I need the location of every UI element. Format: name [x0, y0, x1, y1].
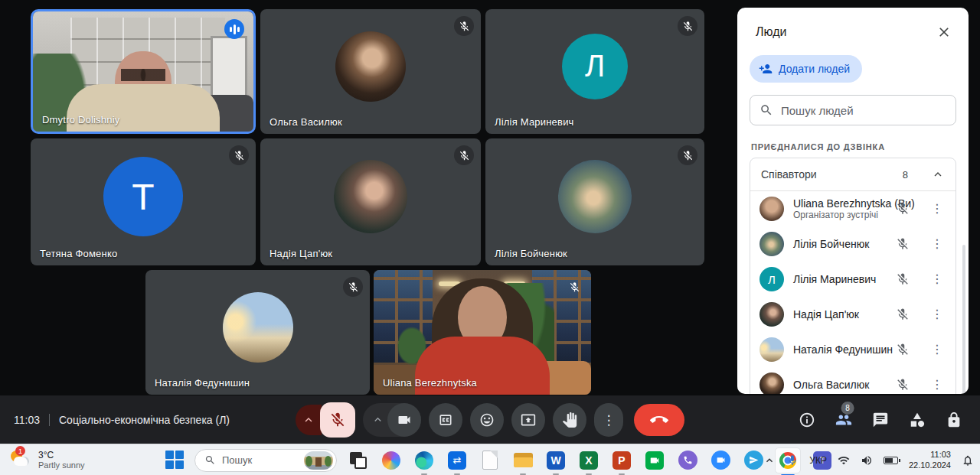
collapse-group-button[interactable]	[928, 164, 948, 184]
participant-row[interactable]: Надія Цап'юк ⋮	[750, 297, 956, 332]
copilot-icon[interactable]	[380, 449, 403, 472]
more-actions-button[interactable]: ⋮	[926, 235, 948, 253]
more-options-button[interactable]: ⋮	[594, 403, 623, 437]
present-icon	[521, 412, 536, 428]
participant-name: Uliana Berezhnytska (Ви)	[793, 197, 887, 210]
task-view-button[interactable]	[347, 449, 370, 472]
camera-options-button[interactable]	[368, 405, 387, 435]
tray-clock[interactable]: 11:03 22.10.2024	[909, 450, 951, 471]
tile-liliia-boichenuk[interactable]: Лілія Бойченюк	[485, 138, 704, 265]
tile-uliana-berezhnytska[interactable]: Uliana Berezhnytska	[374, 270, 591, 395]
raise-hand-button[interactable]	[553, 403, 586, 437]
notifications-bell-icon[interactable]	[962, 454, 974, 467]
more-actions-button[interactable]: ⋮	[926, 340, 948, 359]
tile-nataliia-fedunyshyn[interactable]: Наталія Федунишин	[145, 270, 370, 395]
weather-temp: 3°C	[38, 450, 85, 460]
tile-name: Тетяна Фоменко	[40, 248, 117, 259]
people-search-input[interactable]	[781, 104, 946, 117]
leave-call-button[interactable]	[634, 404, 684, 436]
participant-row[interactable]: Л Лілія Мариневич ⋮	[750, 262, 956, 297]
taskbar-search-input[interactable]	[222, 454, 298, 466]
captions-button[interactable]	[429, 403, 462, 437]
audio-activity-icon	[224, 19, 244, 39]
word-icon[interactable]: W	[544, 449, 567, 472]
mic-off-icon	[454, 16, 474, 36]
contributors-group: Співавтори 8 Uliana Berezhnytska (Ви) Ор…	[750, 158, 956, 394]
taskbar-search[interactable]	[194, 449, 337, 472]
people-search[interactable]	[750, 95, 956, 125]
meeting-clock: 11:03	[14, 414, 40, 426]
meeting-title: Соціально-економічна безпека (Л)	[59, 414, 230, 426]
show-people-button[interactable]: 8	[828, 405, 859, 435]
group-label: Співавтори	[761, 168, 903, 181]
more-actions-button[interactable]: ⋮	[926, 200, 948, 218]
participant-row[interactable]: Наталія Федунишин ⋮	[750, 332, 956, 367]
participant-name: Наталія Федунишин	[793, 343, 887, 356]
tile-tetiana-fomenko[interactable]: Т Тетяна Фоменко	[31, 138, 256, 265]
more-actions-button[interactable]: ⋮	[926, 305, 948, 324]
chevron-up-icon	[302, 413, 315, 427]
reactions-button[interactable]	[470, 403, 504, 437]
meeting-details-button[interactable]	[792, 405, 822, 435]
zoom-icon[interactable]	[709, 449, 732, 472]
start-button[interactable]	[165, 451, 185, 470]
search-icon	[760, 103, 773, 117]
libreoffice-icon[interactable]	[479, 449, 501, 472]
host-controls-button[interactable]	[939, 405, 969, 435]
panel-scrollbar[interactable]	[962, 245, 965, 394]
tile-liliia-marynevych[interactable]: Л Лілія Мариневич	[485, 9, 704, 134]
mic-options-button[interactable]	[296, 405, 322, 435]
excel-icon[interactable]: X	[577, 449, 600, 472]
close-icon	[936, 24, 952, 40]
contributors-group-header[interactable]: Співавтори 8	[750, 158, 956, 190]
participant-row[interactable]: Ольга Василюк ⋮	[750, 367, 956, 394]
tile-olha-vasyliuk[interactable]: Ольга Василюк	[260, 9, 481, 134]
viber-icon[interactable]	[676, 449, 699, 472]
chevron-up-icon	[371, 413, 384, 426]
powerpoint-icon[interactable]: P	[610, 449, 633, 472]
participant-name: Ольга Василюк	[793, 379, 887, 391]
volume-icon[interactable]	[861, 454, 873, 467]
mic-in-use-icon[interactable]	[786, 454, 799, 467]
more-actions-button[interactable]: ⋮	[926, 376, 948, 394]
participant-row[interactable]: Лілія Бойченюк ⋮	[750, 226, 956, 262]
tray-overflow-button[interactable]	[763, 454, 776, 467]
participant-name: Лілія Мариневич	[793, 273, 887, 285]
battery-icon[interactable]	[884, 457, 898, 464]
avatar	[223, 292, 293, 363]
avatar	[334, 160, 407, 233]
chat-button[interactable]	[865, 405, 896, 435]
video-feed	[374, 270, 591, 395]
camera-toggle-button[interactable]	[387, 403, 421, 437]
telegram-icon[interactable]	[742, 449, 765, 472]
weather-widget[interactable]: 1 3°C Partly sunny	[0, 449, 85, 470]
present-screen-button[interactable]	[511, 403, 545, 437]
add-people-button[interactable]: Додати людей	[750, 55, 862, 83]
avatar	[760, 232, 784, 256]
windows-taskbar: 1 3°C Partly sunny ⇄	[0, 444, 980, 475]
tile-dmytro-dolishniy[interactable]: Dmytro Dolishniy	[31, 9, 256, 134]
mic-off-icon	[229, 145, 249, 165]
google-meet-icon[interactable]	[643, 449, 666, 472]
tile-name: Надія Цап'юк	[270, 248, 332, 259]
file-explorer-icon[interactable]	[511, 449, 534, 472]
wifi-icon[interactable]	[838, 454, 850, 467]
activities-button[interactable]	[902, 405, 933, 435]
participant-row[interactable]: Uliana Berezhnytska (Ви) Організатор зус…	[750, 191, 956, 226]
avatar	[760, 373, 784, 394]
tile-nadiia-tsapiuk[interactable]: Надія Цап'юк	[260, 138, 481, 265]
notification-badge: 1	[15, 446, 25, 456]
more-actions-button[interactable]: ⋮	[926, 270, 948, 288]
teamviewer-icon[interactable]: ⇄	[446, 449, 469, 472]
mic-off-icon	[678, 145, 697, 165]
hand-icon	[562, 412, 577, 428]
close-panel-button[interactable]	[933, 21, 955, 43]
edge-icon[interactable]	[413, 449, 436, 472]
tile-name: Uliana Berezhnytska	[383, 377, 477, 389]
weather-condition: Partly sunny	[38, 460, 85, 470]
tile-name: Лілія Бойченюк	[495, 248, 567, 259]
tray-time: 11:03	[909, 450, 951, 460]
participant-name: Лілія Бойченюк	[793, 238, 887, 250]
mic-mute-button[interactable]	[320, 402, 355, 438]
language-indicator[interactable]: УКР	[809, 455, 827, 466]
